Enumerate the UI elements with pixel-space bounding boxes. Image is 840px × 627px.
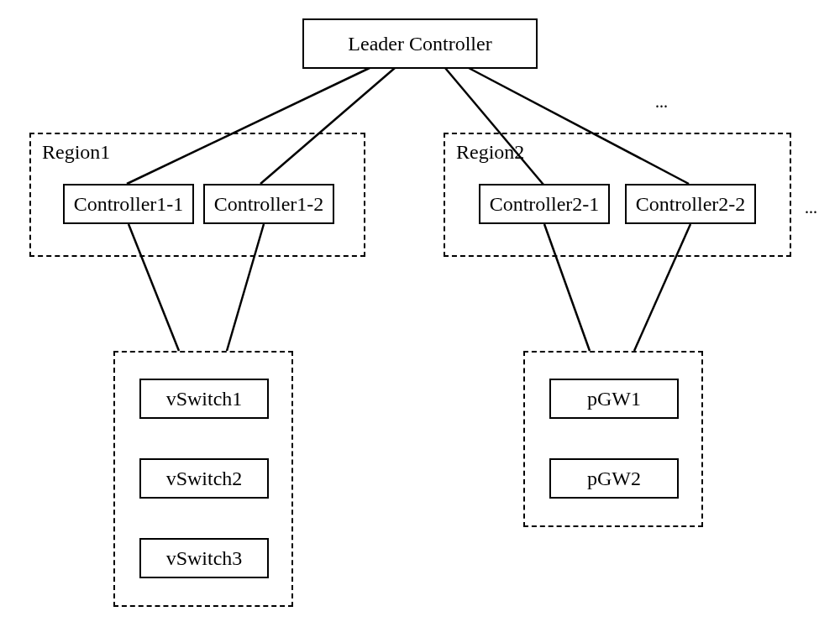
pgw2-box: pGW2 (549, 458, 679, 499)
region-2-label: Region2 (456, 141, 524, 164)
pgw1-box: pGW1 (549, 379, 679, 419)
controller-2-2-label: Controller2-2 (636, 193, 746, 216)
ellipsis-top: ... (655, 92, 668, 112)
controller-1-2-label: Controller1-2 (214, 193, 324, 216)
vswitch2-box: vSwitch2 (139, 458, 269, 499)
diagram-stage: Leader Controller ... Region1 Controller… (0, 0, 840, 627)
controller-2-1-label: Controller2-1 (490, 193, 600, 216)
leader-controller-box: Leader Controller (302, 18, 538, 69)
pgw1-label: pGW1 (587, 388, 641, 410)
controller-2-1-box: Controller2-1 (479, 184, 610, 224)
controller-1-2-box: Controller1-2 (203, 184, 334, 224)
pgw2-label: pGW2 (587, 468, 641, 490)
device-group-2-container (523, 351, 703, 527)
controller-2-2-box: Controller2-2 (625, 184, 756, 224)
leader-controller-label: Leader Controller (348, 33, 491, 55)
controller-1-1-label: Controller1-1 (74, 193, 184, 216)
vswitch3-box: vSwitch3 (139, 538, 269, 578)
region-1-label: Region1 (42, 141, 110, 164)
ellipsis-right: ... (805, 198, 817, 217)
vswitch1-label: vSwitch1 (166, 388, 243, 410)
vswitch2-label: vSwitch2 (166, 468, 243, 490)
vswitch1-box: vSwitch1 (139, 379, 269, 419)
vswitch3-label: vSwitch3 (166, 547, 243, 570)
controller-1-1-box: Controller1-1 (63, 184, 194, 224)
